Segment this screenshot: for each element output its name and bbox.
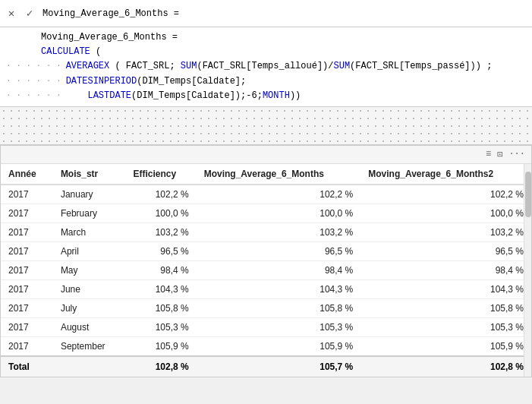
table-cell: 98,4 % (197, 260, 361, 279)
table-cell: January (53, 185, 126, 204)
formula-label: Moving_Average_6_Months = (42, 8, 527, 19)
table-cell: 103,2 % (197, 223, 361, 241)
sum-keyword-1: SUM (181, 61, 197, 71)
table-cell: 2017 (1, 260, 53, 279)
footer-cell: 102,8 % (126, 356, 197, 377)
formula-line-1: Moving_Average_6_Months = (6, 30, 526, 45)
formula-line-3: · · · · · · AVERAGEX ( FACT_SRL; SUM(FAC… (6, 59, 526, 74)
table-cell: 104,3 % (360, 279, 531, 298)
table-row: 2017May98,4 %98,4 %98,4 % (1, 260, 531, 279)
scroll-track[interactable] (524, 164, 531, 377)
col-header-annee: Année (1, 164, 53, 185)
formula-line-2: CALCULATE ( (6, 45, 526, 59)
table-cell: 102,2 % (360, 185, 531, 204)
table-footer: Total102,8 %105,7 %102,8 % (1, 356, 531, 377)
table-cell: 2017 (1, 336, 53, 356)
table-cell: May (53, 260, 126, 279)
table-cell: 98,4 % (360, 260, 531, 279)
table-cell: 105,3 % (360, 317, 531, 336)
table-header: Année Mois_str Efficiency Moving_Average… (1, 164, 531, 185)
table-row: 2017July105,8 %105,8 %105,8 % (1, 298, 531, 317)
table-cell: February (53, 204, 126, 223)
table-footer-row: Total102,8 %105,7 %102,8 % (1, 356, 531, 377)
averagex-keyword: AVERAGEX (66, 61, 110, 71)
table-cell: July (53, 298, 126, 317)
table-cell: 2017 (1, 298, 53, 317)
table-cell: 96,5 % (360, 241, 531, 260)
table-menu-icon[interactable]: ≡ (486, 149, 491, 159)
table-cell: 100,0 % (360, 204, 531, 223)
table-cell: 2017 (1, 241, 53, 260)
table-cell: 105,9 % (360, 336, 531, 356)
line-5-dots: · · · · · · (6, 89, 61, 103)
col-header-mois: Mois_str (53, 164, 126, 185)
line-4-dots: · · · · · · (6, 74, 61, 88)
table-cell: 104,3 % (126, 279, 197, 298)
scroll-thumb[interactable] (525, 172, 531, 217)
table-cell: 2017 (1, 223, 53, 241)
table-cell: September (53, 336, 126, 356)
line-5-content: LASTDATE(DIM_Temps[Caldate]);-6;MONTH)) (66, 89, 301, 103)
table-row: 2017April96,5 %96,5 %96,5 % (1, 241, 531, 260)
formula-line-5: · · · · · · LASTDATE(DIM_Temps[Caldate])… (6, 89, 526, 103)
data-table-container: ≡ ⊡ ··· Année Mois_str Efficiency Moving… (0, 145, 532, 377)
table-cell: 105,9 % (197, 336, 361, 356)
cancel-icon[interactable]: ✕ (5, 7, 18, 21)
table-row: 2017June104,3 %104,3 %104,3 % (1, 279, 531, 298)
table-row: 2017August105,3 %105,3 %105,3 % (1, 317, 531, 336)
table-cell: 103,2 % (360, 223, 531, 241)
formula-editor: Moving_Average_6_Months = CALCULATE ( · … (0, 27, 532, 107)
table-cell: 100,0 % (126, 204, 197, 223)
table-cell: 105,9 % (126, 336, 197, 356)
col-header-ma6m2: Moving_Average_6_Months2 (360, 164, 531, 185)
table-cell: 103,2 % (126, 223, 197, 241)
table-expand-icon[interactable]: ⊡ (497, 149, 502, 160)
table-cell: April (53, 241, 126, 260)
footer-cell: 102,8 % (360, 356, 531, 377)
table-cell: 105,8 % (360, 298, 531, 317)
col-header-efficiency: Efficiency (126, 164, 197, 185)
month-keyword: MONTH (263, 90, 290, 101)
table-row: 2017March103,2 %103,2 %103,2 % (1, 223, 531, 241)
table-cell: 102,2 % (197, 185, 361, 204)
confirm-icon[interactable]: ✓ (23, 7, 36, 21)
line-4-content: DATESINPERIOD(DIM_Temps[Caldate]; (66, 74, 247, 89)
table-cell: March (53, 223, 126, 241)
table-cell: 2017 (1, 185, 53, 204)
formula-line-4: · · · · · · DATESINPERIOD(DIM_Temps[Cald… (6, 74, 526, 89)
table-cell: 96,5 % (197, 241, 361, 260)
table-cell: 105,3 % (197, 317, 361, 336)
table-cell: 96,5 % (126, 241, 197, 260)
table-cell: 2017 (1, 317, 53, 336)
formula-toolbar: ✕ ✓ Moving_Average_6_Months = (0, 0, 532, 27)
table-cell: 2017 (1, 279, 53, 298)
table-toolbar: ≡ ⊡ ··· (1, 146, 531, 164)
header-row: Année Mois_str Efficiency Moving_Average… (1, 164, 531, 185)
line-3-dots: · · · · · · (6, 59, 61, 73)
col-header-ma6m: Moving_Average_6_Months (197, 164, 361, 185)
datesinperiod-keyword: DATESINPERIOD (66, 76, 137, 87)
table-cell: 2017 (1, 204, 53, 223)
table-row: 2017February100,0 %100,0 %100,0 % (1, 204, 531, 223)
toolbar-icon-group: ✕ ✓ (5, 7, 36, 21)
table-cell: August (53, 317, 126, 336)
footer-cell: 105,7 % (197, 356, 361, 377)
table-cell: 105,8 % (197, 298, 361, 317)
line-3-content: AVERAGEX ( FACT_SRL; SUM(FACT_SRL[Temps_… (66, 59, 493, 74)
table-cell: 100,0 % (197, 204, 361, 223)
line-1-content: Moving_Average_6_Months = (41, 30, 178, 45)
table-row: 2017January102,2 %102,2 %102,2 % (1, 185, 531, 204)
calculate-keyword: CALCULATE (41, 46, 90, 57)
line-2-content: CALCULATE ( (41, 45, 101, 59)
table-cell: 98,4 % (126, 260, 197, 279)
table-more-icon[interactable]: ··· (508, 149, 525, 159)
lastdate-keyword: LASTDATE (87, 90, 131, 101)
table-cell: 105,3 % (126, 317, 197, 336)
data-table: Année Mois_str Efficiency Moving_Average… (1, 164, 531, 377)
footer-cell: Total (1, 356, 53, 377)
table-cell: 105,8 % (126, 298, 197, 317)
sum-keyword-2: SUM (334, 61, 351, 71)
table-body: 2017January102,2 %102,2 %102,2 %2017Febr… (1, 185, 531, 356)
table-cell: June (53, 279, 126, 298)
table-cell: 102,2 % (126, 185, 197, 204)
